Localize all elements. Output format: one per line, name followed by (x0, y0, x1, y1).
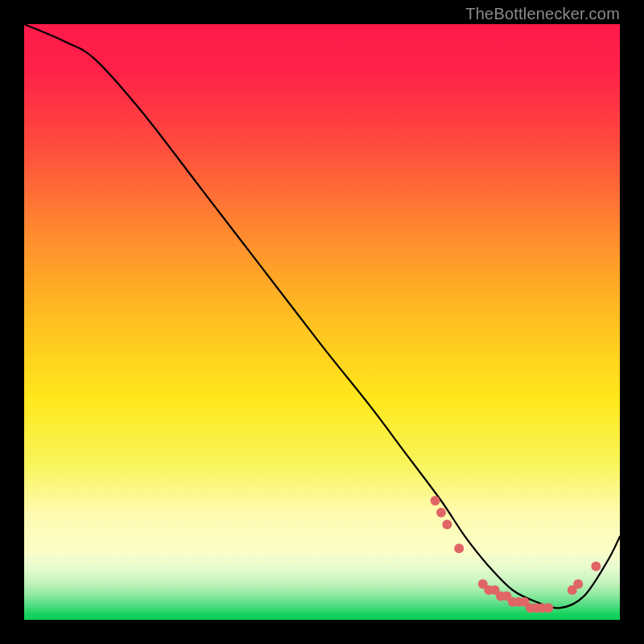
chart-stage: TheBottlenecker.com (0, 0, 644, 644)
data-marker (573, 580, 583, 589)
plot-background (24, 24, 620, 620)
data-marker (436, 508, 446, 518)
data-marker (454, 543, 464, 553)
data-marker (442, 520, 452, 530)
attribution-label: TheBottlenecker.com (465, 5, 620, 23)
data-marker (431, 496, 440, 506)
bottleneck-chart (24, 24, 620, 620)
data-marker (591, 561, 601, 571)
data-marker (543, 603, 553, 613)
